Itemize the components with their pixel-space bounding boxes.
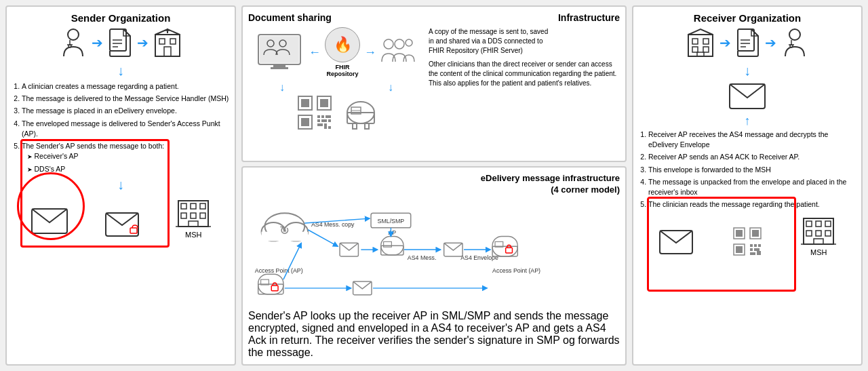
mid-top-titles: Document sharing Infrastructure (248, 12, 620, 23)
middle-panel: Document sharing Infrastructure (241, 5, 627, 366)
svg-rect-26 (189, 221, 198, 227)
svg-rect-69 (384, 241, 392, 247)
svg-rect-123 (757, 251, 761, 255)
svg-rect-20 (181, 203, 186, 209)
sender-bottom-icons: MSH (12, 197, 229, 239)
svg-rect-25 (200, 213, 205, 218)
svg-point-35 (395, 39, 404, 49)
arrow-down2-icon: ↓ (12, 177, 229, 193)
svg-line-63 (308, 230, 338, 246)
svg-rect-42 (301, 118, 309, 126)
sender-msh-label: MSH (185, 231, 201, 239)
svg-point-105 (789, 29, 800, 40)
fhir-label: FHIRRepository (326, 64, 358, 77)
people-group-icon (380, 37, 416, 67)
svg-rect-33 (271, 67, 288, 69)
sender-steps: A clinician creates a message regarding … (12, 81, 229, 174)
svg-rect-40 (320, 99, 328, 107)
receiver-icon-row: ➔ ➔ (639, 28, 856, 58)
infrastructure-title: Infrastructure (558, 12, 620, 23)
recv-step-5: The clinician reads the message regardin… (648, 199, 856, 210)
edelivery-diagram: ↻ AS4 Mess. copy AP SML/SMP (248, 199, 620, 307)
svg-rect-98 (692, 47, 698, 52)
sender-step-4: The enveloped message is delivered to Se… (22, 119, 229, 139)
svg-rect-117 (750, 244, 753, 247)
svg-rect-47 (321, 119, 327, 122)
recv-arrow1-icon: ➔ (719, 35, 731, 51)
sender-step-3: The message is placed in an eDelivery en… (22, 106, 229, 116)
svg-rect-46 (317, 119, 320, 122)
receiver-steps: Receiver AP receives the AS4 message and… (639, 130, 856, 210)
svg-rect-18 (130, 228, 137, 233)
sender-step-1: A clinician creates a message regarding … (22, 81, 229, 92)
svg-text:SML/SMP: SML/SMP (378, 218, 405, 224)
svg-text:AP: AP (388, 229, 396, 236)
arrow2-icon: ➔ (137, 35, 149, 51)
svg-rect-22 (200, 203, 205, 209)
svg-rect-114 (752, 230, 759, 237)
sender-title: Sender Organization (12, 12, 229, 24)
svg-rect-38 (301, 99, 309, 107)
edelivery-caption: Sender's AP looks up the receiver AP in … (248, 310, 620, 359)
svg-rect-126 (816, 221, 821, 227)
svg-rect-19 (178, 201, 208, 227)
svg-point-36 (406, 39, 412, 46)
svg-rect-83 (506, 248, 513, 253)
hospital-icon (154, 28, 181, 58)
sender-step-2: The message is delivered to the Message … (22, 94, 229, 104)
svg-rect-45 (326, 115, 331, 118)
svg-rect-97 (703, 39, 709, 44)
infra-caption: Other clinicians than the direct receive… (429, 60, 620, 88)
recv-step-4: The message is unpacked from the envelop… (648, 177, 856, 197)
recv-step-2: Receiver AP sends an AS4 ACK to Receiver… (648, 152, 856, 162)
svg-rect-128 (806, 231, 812, 236)
svg-rect-112 (736, 230, 743, 237)
arrow-to-dds-icon: ← (309, 45, 321, 60)
svg-rect-88 (271, 286, 278, 291)
svg-rect-94 (688, 35, 713, 56)
svg-rect-54 (353, 123, 357, 129)
svg-marker-95 (688, 29, 713, 35)
svg-rect-11 (159, 39, 165, 44)
recv-step-1: Receiver AP receives the AS4 message and… (648, 130, 856, 150)
svg-rect-129 (816, 231, 821, 236)
document-icon (108, 28, 132, 58)
main-container: Sender Organization ➔ (5, 5, 863, 366)
arrow-from-fhir-icon: → (364, 45, 376, 60)
recv-arrow-up-icon: ↑ (745, 114, 751, 128)
sender-step-5a: Receiver's AP (27, 151, 229, 161)
svg-rect-23 (181, 213, 186, 218)
svg-point-0 (68, 29, 79, 40)
svg-rect-12 (170, 39, 176, 44)
svg-rect-121 (754, 248, 760, 251)
sender-panel: Sender Organization ➔ (5, 5, 236, 366)
recv-clinician-icon (782, 28, 808, 58)
recv-arrow-down1-icon: ↓ (639, 63, 856, 79)
svg-rect-13 (164, 47, 171, 56)
svg-rect-44 (321, 115, 324, 118)
recv-step-3: This envelope is forwarded to the MSH (648, 165, 856, 175)
svg-rect-43 (317, 115, 320, 118)
recv-document-icon (736, 28, 760, 58)
arrow1-icon: ➔ (92, 35, 103, 51)
clinician-icon (60, 28, 86, 58)
svg-rect-119 (758, 244, 761, 247)
svg-rect-118 (754, 244, 757, 247)
svg-rect-116 (736, 246, 743, 253)
sender-step-5: The Sender's AP sends the message to bot… (22, 141, 229, 174)
svg-rect-48 (328, 119, 331, 122)
middle-bottom-panel: eDelivery message infrastructure (4 corn… (241, 166, 627, 366)
recv-arrow2-icon: ➔ (765, 35, 776, 51)
svg-text:Access Point (AP): Access Point (AP) (255, 267, 303, 274)
sender-step-5b: DDS's AP (27, 164, 229, 174)
arrow-down-right-icon: ↓ (388, 81, 393, 94)
sender-icon-row: ➔ ➔ (12, 28, 229, 58)
svg-rect-51 (328, 126, 331, 129)
svg-text:↻: ↻ (279, 224, 290, 237)
svg-rect-124 (804, 218, 833, 244)
receiver-bottom-icons: MSH (639, 214, 856, 256)
svg-rect-50 (324, 123, 327, 129)
svg-rect-99 (703, 47, 709, 52)
arrow-down1-icon: ↓ (12, 63, 229, 79)
svg-rect-24 (191, 213, 196, 218)
